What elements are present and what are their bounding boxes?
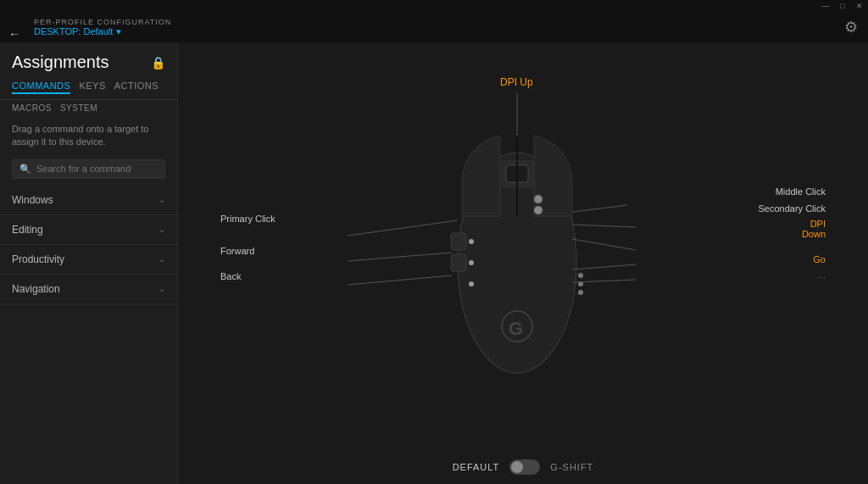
dpi-up-label: DPI Up <box>500 76 533 88</box>
sidebar: Assignments 🔒 COMMANDS KEYS ACTIONS MACR… <box>0 42 178 484</box>
secondary-click-label: Secondary Click <box>759 203 826 214</box>
default-label: DEFAULT <box>453 462 500 472</box>
search-input[interactable] <box>36 164 158 174</box>
svg-line-23 <box>348 275 452 285</box>
chevron-down-icon: ⌄ <box>159 284 165 293</box>
category-editing-label: Editing <box>12 224 43 236</box>
svg-point-9 <box>502 311 532 342</box>
svg-line-19 <box>572 225 636 227</box>
per-profile-label: PER-PROFILE CONFIGURATION <box>34 18 171 26</box>
tab-commands[interactable]: COMMANDS <box>12 79 70 94</box>
primary-click-label: Primary Click <box>220 214 275 224</box>
toggle-knob <box>511 461 523 473</box>
svg-text:G: G <box>509 318 523 339</box>
back-label: Back <box>220 271 241 281</box>
desktop-chevron-icon: ▾ <box>116 26 121 37</box>
window-controls: — □ ✕ <box>821 1 865 11</box>
sidebar-header: Assignments 🔒 <box>0 42 177 79</box>
svg-point-12 <box>578 290 583 295</box>
bottom-bar: DEFAULT G-SHIFT <box>178 450 868 484</box>
search-box[interactable]: 🔍 <box>12 159 165 179</box>
chevron-down-icon: ⌄ <box>159 254 165 264</box>
svg-point-13 <box>469 239 474 244</box>
gshift-label: G-SHIFT <box>550 462 593 472</box>
category-navigation-label: Navigation <box>12 283 60 295</box>
svg-line-24 <box>572 280 636 282</box>
svg-point-7 <box>534 206 542 214</box>
desktop-selector[interactable]: DESKTOP: Default ▾ <box>34 26 171 37</box>
svg-point-0 <box>458 153 576 373</box>
sidebar-subtabs: MACROS SYSTEM <box>0 100 177 116</box>
svg-rect-5 <box>451 254 466 271</box>
category-windows-label: Windows <box>12 194 53 206</box>
subtab-macros[interactable]: MACROS <box>12 103 52 113</box>
connector-lines: G <box>178 42 856 466</box>
sidebar-description: Drag a command onto a target to assign i… <box>0 116 177 156</box>
svg-line-22 <box>572 264 636 270</box>
svg-rect-1 <box>492 161 542 186</box>
svg-line-18 <box>572 205 627 212</box>
desktop-label: DESKTOP: Default <box>34 26 113 36</box>
back-button[interactable]: ← <box>8 27 20 41</box>
minimize-button[interactable]: — <box>821 1 831 11</box>
sidebar-title: Assignments <box>12 53 109 72</box>
category-navigation[interactable]: Navigation ⌄ <box>0 275 177 304</box>
tab-actions[interactable]: ACTIONS <box>114 79 159 94</box>
category-productivity-label: Productivity <box>12 253 64 265</box>
chevron-down-icon: ⌄ <box>159 195 165 204</box>
svg-line-17 <box>348 220 458 236</box>
tab-keys[interactable]: KEYS <box>79 79 105 94</box>
close-button[interactable]: ✕ <box>854 1 865 11</box>
dpi-down-label: DPI Down <box>802 219 826 239</box>
category-productivity[interactable]: Productivity ⌄ <box>0 245 177 275</box>
svg-point-10 <box>578 273 583 278</box>
topbar-info: PER-PROFILE CONFIGURATION DESKTOP: Defau… <box>34 18 171 37</box>
search-icon: 🔍 <box>19 164 31 175</box>
go-label: Go <box>813 254 826 264</box>
category-list: Windows ⌄ Editing ⌄ Productivity ⌄ Navig… <box>0 186 177 484</box>
topbar: ← PER-PROFILE CONFIGURATION DESKTOP: Def… <box>0 12 868 42</box>
svg-point-14 <box>469 260 474 265</box>
lock-icon: 🔒 <box>151 56 165 70</box>
svg-point-6 <box>534 195 542 203</box>
svg-point-11 <box>578 281 583 287</box>
sidebar-tabs: COMMANDS KEYS ACTIONS <box>0 79 177 100</box>
middle-click-label: Middle Click <box>776 186 826 197</box>
forward-label: Forward <box>220 246 254 256</box>
category-windows[interactable]: Windows ⌄ <box>0 186 177 215</box>
mouse-visualization: G <box>178 42 868 450</box>
titlebar: — □ ✕ <box>0 0 868 12</box>
svg-line-21 <box>348 253 452 261</box>
settings-icon[interactable]: ⚙ <box>844 18 858 36</box>
category-editing[interactable]: Editing ⌄ <box>0 215 177 245</box>
svg-rect-4 <box>451 233 466 250</box>
app-container: ← PER-PROFILE CONFIGURATION DESKTOP: Def… <box>0 12 868 484</box>
content-area: G <box>178 42 868 484</box>
svg-point-15 <box>469 281 474 287</box>
chevron-down-icon: ⌄ <box>159 225 165 234</box>
restore-button[interactable]: □ <box>837 1 848 11</box>
dots-label: ... <box>818 270 826 280</box>
svg-line-20 <box>572 239 636 250</box>
svg-rect-2 <box>506 165 528 182</box>
main-layout: Assignments 🔒 COMMANDS KEYS ACTIONS MACR… <box>0 42 868 484</box>
mode-toggle[interactable] <box>509 459 540 475</box>
subtab-system[interactable]: SYSTEM <box>60 103 97 113</box>
